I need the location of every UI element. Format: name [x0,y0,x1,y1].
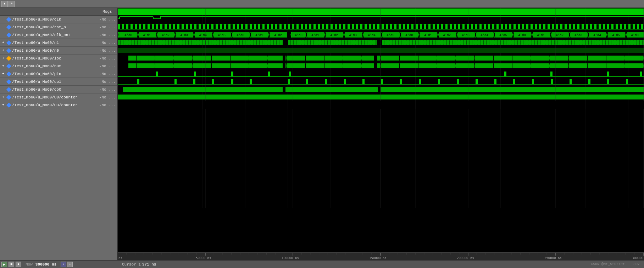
svg-rect-196 [607,72,609,76]
signal-rows: /Test_mo60/u_Mo60/clk -No ... /Test_mo60… [0,16,117,260]
expand-icon-7[interactable]: + [1,72,6,76]
wave-canvas[interactable]: 4'd0 4'd1 4'd2 4'd3 [118,8,644,252]
timeline: ns 50000 ns 100000 ns 150000 ns 200000 n… [118,252,644,260]
status-icon-5[interactable]: + [67,262,73,267]
expand-icon-6[interactable]: + [1,64,6,69]
signal-name-8: /Test_mo60/u_Mo60/co1 [12,80,98,84]
signal-msgs-7: -No ... [98,72,117,76]
expand-icon-4[interactable]: + [1,48,6,53]
svg-rect-179 [118,63,128,68]
svg-rect-226 [283,87,285,92]
svg-text:4'd2: 4'd2 [443,34,451,37]
svg-text:4'd3: 4'd3 [574,34,582,37]
svg-rect-214 [457,79,459,84]
svg-text:4'd5: 4'd5 [499,34,507,37]
signal-msgs-0: -No ... [98,17,117,22]
svg-rect-211 [400,79,402,84]
svg-text:4'd1: 4'd1 [143,34,151,37]
signal-name-9: /Test_mo60/u_Mo60/co0 [12,87,98,92]
expand-icon-1[interactable] [1,25,6,30]
list-item[interactable]: + /Test_mo60/u_Mo60/n1 -No ... [0,39,117,47]
svg-rect-168 [283,56,285,61]
expand-icon-9[interactable] [1,87,6,92]
expand-icon-10[interactable]: + [1,95,6,100]
list-item[interactable]: + /Test_mo60/u_Mo60/num -No ... [0,62,117,70]
svg-rect-201 [193,79,195,84]
list-item[interactable]: /Test_mo60/u_Mo60/co0 -No ... [0,86,117,93]
svg-rect-183 [374,63,377,68]
signal-icon-6 [6,64,11,69]
svg-rect-215 [476,79,478,84]
signal-msgs-5: -No ... [98,56,117,61]
expand-icon-8[interactable] [1,79,6,84]
main-area: Msgs /Test_mo60/u_Mo60/clk -No ... /Test… [0,8,644,260]
svg-text:4'd0: 4'd0 [237,34,244,37]
status-icon-1[interactable]: ▶ [1,262,7,267]
status-icon-3[interactable]: ● [16,262,21,267]
list-item[interactable]: + /Test_mo60/u_Mo60/U3/counter -No ... [0,101,117,109]
svg-rect-199 [137,79,139,84]
svg-rect-170 [374,56,377,61]
wave-panel[interactable]: 4'd0 4'd1 4'd2 4'd3 [118,8,644,260]
expand-icon-2[interactable] [1,33,6,38]
svg-rect-194 [504,72,506,76]
svg-rect-17 [118,24,644,30]
svg-rect-205 [288,79,290,84]
status-left: ▶ ■ ● Now 300000 ns ✎ + [1,262,119,267]
cursor-value: 371 ns [142,262,156,267]
svg-rect-219 [551,79,553,84]
svg-rect-227 [285,87,378,92]
expand-icon-3[interactable]: + [1,40,6,45]
svg-rect-6 [118,8,644,15]
svg-rect-62 [287,32,291,38]
svg-rect-210 [381,79,383,84]
svg-rect-166 [118,56,128,61]
svg-rect-216 [494,79,496,84]
list-item[interactable]: /Test_mo60/u_Mo60/clk_cnt -No ... [0,31,117,39]
toolbar-btn-2[interactable]: + [9,1,15,7]
svg-rect-163 [283,40,288,45]
svg-rect-189 [156,72,158,76]
list-item[interactable]: /Test_mo60/u_Mo60/clk -No ... [0,16,117,23]
svg-rect-203 [231,79,233,84]
list-item[interactable]: + /Test_mo60/u_Mo60/loc -No ... [0,55,117,62]
list-item[interactable]: /Test_mo60/u_Mo60/rst_n -No ... [0,23,117,31]
svg-rect-217 [513,79,515,84]
svg-rect-223 [626,79,628,84]
status-bar: ▶ ■ ● Now 300000 ns ✎ + Cursor 1 371 ns … [0,260,644,268]
svg-rect-218 [532,79,534,84]
list-item[interactable]: + /Test_mo60/u_Mo60/n0 -No ... [0,47,117,55]
expand-icon-5[interactable]: + [1,56,6,61]
toolbar: ▼ + [0,0,644,8]
svg-rect-213 [438,79,440,84]
signal-name-10: /Test_mo60/u_Mo60/U0/counter [12,95,98,99]
signal-name-5: /Test_mo60/u_Mo60/loc [12,56,98,61]
signal-name-7: /Test_mo60/u_Mo60/pin [12,72,98,76]
list-item[interactable]: /Test_mo60/u_Mo60/co1 -No ... [0,78,117,86]
signal-icon-9 [6,87,11,92]
toolbar-btn-1[interactable]: ▼ [1,1,8,7]
status-icon-2[interactable]: ■ [9,262,14,267]
signal-msgs-9: -No ... [98,87,117,92]
svg-text:4'd5: 4'd5 [387,34,394,37]
signal-msgs-1: -No ... [98,25,117,29]
expand-icon-11[interactable]: + [1,103,6,108]
expand-icon-0[interactable] [1,17,6,22]
signal-name-4: /Test_mo60/u_Mo60/n0 [12,49,98,53]
signal-header-msgs-label: Msgs [98,10,117,14]
status-icon-4[interactable]: ✎ [61,262,66,267]
svg-rect-202 [212,79,214,84]
list-item[interactable]: + /Test_mo60/u_Mo60/U0/counter -No ... [0,93,117,101]
list-item[interactable]: + /Test_mo60/u_Mo60/pin -No ... [0,70,117,78]
signal-msgs-8: -No ... [98,80,117,84]
signal-header: Msgs [0,8,117,16]
svg-rect-181 [283,63,285,68]
svg-rect-206 [306,79,308,84]
svg-text:4'd2: 4'd2 [162,34,170,37]
svg-rect-262 [118,253,644,260]
signal-icon-8 [6,79,11,84]
csdn-watermark: CSDN @Mr_Stutter 307 [591,262,640,266]
svg-rect-220 [570,79,572,84]
svg-text:4'd4: 4'd4 [593,34,601,37]
waveform-svg: 4'd0 4'd1 4'd2 4'd3 [118,8,644,109]
